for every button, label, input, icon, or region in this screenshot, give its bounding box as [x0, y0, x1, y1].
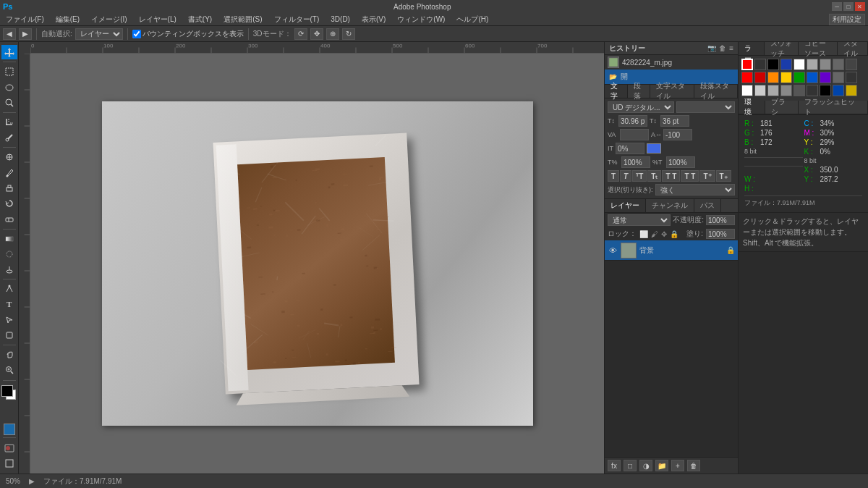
- mask-btn[interactable]: □: [624, 460, 637, 471]
- kerning-input[interactable]: [620, 129, 649, 140]
- auto-select-dropdown[interactable]: レイヤー グループ: [75, 28, 123, 40]
- lock-move[interactable]: ✥: [661, 230, 667, 238]
- italic-btn[interactable]: T: [620, 170, 631, 182]
- blur-tool[interactable]: [1, 247, 17, 261]
- bold-btn[interactable]: T: [608, 170, 619, 182]
- text-color-swatch[interactable]: [647, 143, 661, 153]
- quick-select-tool[interactable]: [1, 96, 17, 110]
- canvas-container[interactable]: [30, 54, 604, 474]
- maximize-btn[interactable]: □: [843, 2, 854, 11]
- swatch-5[interactable]: [793, 85, 805, 96]
- swatch-r2[interactable]: [741, 72, 753, 83]
- lock-pixels[interactable]: 🖌: [651, 230, 658, 238]
- tab-text[interactable]: 文字: [605, 85, 628, 98]
- history-new-snapshot[interactable]: 📷: [707, 44, 716, 52]
- swatch-a3[interactable]: [767, 85, 779, 96]
- minimize-btn[interactable]: ─: [832, 2, 842, 11]
- Tt-btn[interactable]: Tₜ: [647, 170, 661, 182]
- gradient-tool[interactable]: [1, 231, 17, 245]
- history-item-0[interactable]: 4282224_m.jpg: [605, 55, 738, 70]
- vpct-input[interactable]: [666, 156, 695, 168]
- tab-para-style[interactable]: 段落スタイル: [694, 85, 739, 98]
- swatch-black[interactable]: [767, 59, 779, 70]
- leading[interactable]: [660, 115, 689, 127]
- tT-btn[interactable]: ᵀT: [632, 170, 647, 182]
- swatch-b3[interactable]: [833, 85, 844, 96]
- 3d-pan[interactable]: ✥: [310, 28, 323, 40]
- swatch-gold[interactable]: [846, 85, 857, 96]
- menu-image[interactable]: イメージ(I): [88, 14, 129, 25]
- swatch-yellow[interactable]: [780, 72, 792, 83]
- swatch-0[interactable]: [820, 85, 831, 96]
- foreground-color[interactable]: [1, 385, 13, 397]
- menu-window[interactable]: ウィンドウ(W): [394, 14, 448, 25]
- settings-btn[interactable]: 利用設定: [829, 14, 865, 25]
- swatch-orange[interactable]: [767, 72, 779, 83]
- menu-select[interactable]: 選択範囲(S): [221, 14, 265, 25]
- layer-visibility-0[interactable]: 👁: [608, 245, 618, 256]
- fx-btn[interactable]: fx: [608, 460, 621, 471]
- lock-transparent[interactable]: ⬜: [639, 230, 648, 238]
- pen-tool[interactable]: [1, 282, 17, 296]
- quick-mask-btn[interactable]: [1, 440, 17, 455]
- hand-tool[interactable]: [1, 348, 17, 362]
- path-select-tool[interactable]: [1, 313, 17, 327]
- group-btn[interactable]: 📁: [655, 460, 668, 471]
- swatch-darkred[interactable]: [754, 72, 766, 83]
- menu-3d[interactable]: 3D(D): [328, 15, 353, 23]
- crop-tool[interactable]: [1, 115, 17, 130]
- hscale-input[interactable]: [616, 143, 644, 154]
- font-style[interactable]: [676, 101, 735, 113]
- menu-filter[interactable]: フィルター(T): [271, 14, 323, 25]
- tab-channels[interactable]: チャンネル: [646, 199, 694, 212]
- dodge-tool[interactable]: [1, 262, 17, 277]
- tab-swatches[interactable]: スウォッチ: [765, 42, 799, 55]
- menu-type[interactable]: 書式(Y): [185, 14, 215, 25]
- swatch-dark[interactable]: [754, 59, 766, 70]
- 3d-zoom[interactable]: ⊕: [326, 28, 339, 40]
- 3d-roll[interactable]: ↻: [342, 28, 355, 40]
- menu-edit[interactable]: 編集(E): [53, 14, 82, 25]
- type-tool[interactable]: T: [1, 297, 17, 311]
- swatch-c3[interactable]: [754, 85, 766, 96]
- adj-btn[interactable]: ◑: [639, 460, 652, 471]
- fill-input[interactable]: [706, 229, 735, 239]
- delete-layer-btn[interactable]: 🗑: [687, 460, 700, 471]
- swatch-red[interactable]: [741, 59, 753, 70]
- swatch-w3[interactable]: [741, 85, 753, 96]
- shape-tool[interactable]: [1, 328, 17, 342]
- swatch-g2[interactable]: [833, 72, 844, 83]
- swatch-vdgray[interactable]: [846, 59, 857, 70]
- foreground-active[interactable]: [4, 424, 15, 435]
- tab-styles[interactable]: スタイル: [838, 42, 868, 55]
- tab-flash[interactable]: フラッシュヒット: [799, 101, 868, 114]
- move-tool[interactable]: [1, 45, 17, 59]
- menu-file[interactable]: ファイル(F): [3, 14, 47, 25]
- tab-layers[interactable]: レイヤー: [605, 199, 646, 212]
- menu-help[interactable]: ヘルプ(H): [454, 14, 491, 25]
- show-transform-checkbox[interactable]: [132, 30, 141, 38]
- swatch-b2[interactable]: [807, 72, 818, 83]
- tab-color[interactable]: カラー: [739, 42, 765, 55]
- super-btn[interactable]: T⁺: [699, 170, 715, 182]
- lock-all[interactable]: 🔒: [670, 230, 678, 238]
- hpct-input[interactable]: [621, 156, 650, 168]
- marquee-tool[interactable]: [1, 64, 17, 79]
- history-delete[interactable]: 🗑: [719, 44, 726, 52]
- tab-copy-source[interactable]: コピーソース: [799, 42, 838, 55]
- lasso-tool[interactable]: [1, 80, 17, 94]
- swatch-d2[interactable]: [846, 72, 857, 83]
- swatch-m3[interactable]: [780, 85, 792, 96]
- small-caps-btn[interactable]: T T: [681, 170, 699, 182]
- tab-paths[interactable]: パス: [694, 199, 721, 212]
- swatch-purple[interactable]: [820, 72, 831, 83]
- screen-mode-btn[interactable]: [1, 456, 17, 471]
- tool-options-back[interactable]: ◀: [3, 28, 16, 40]
- close-btn[interactable]: ✕: [855, 2, 865, 11]
- menu-view[interactable]: 表示(V): [359, 14, 388, 25]
- tab-char-style[interactable]: 文字スタイル: [650, 85, 694, 98]
- swatch-white[interactable]: [793, 59, 805, 70]
- swatch-green[interactable]: [793, 72, 805, 83]
- tool-options-fwd[interactable]: ▶: [19, 28, 32, 40]
- swatch-lgray[interactable]: [807, 59, 818, 70]
